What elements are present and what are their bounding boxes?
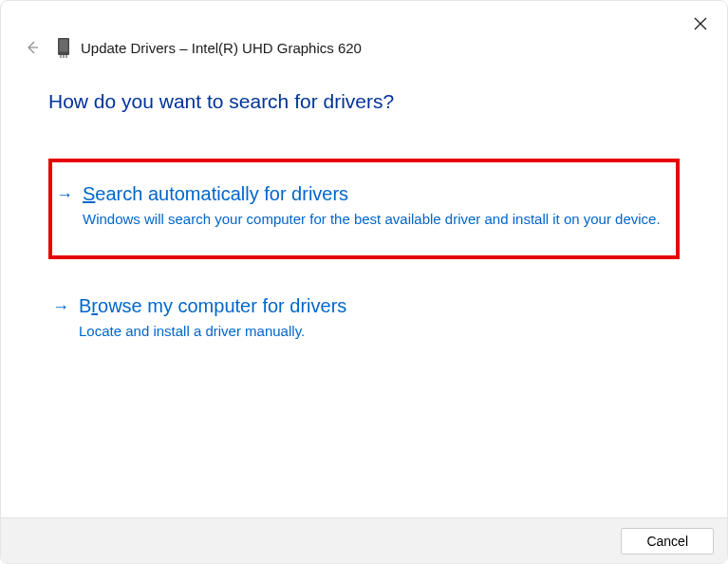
back-button[interactable] (22, 37, 43, 58)
svg-rect-4 (63, 55, 65, 58)
titlebar: Update Drivers – Intel(R) UHD Graphics 6… (1, 1, 727, 67)
option-description: Locate and install a driver manually. (79, 321, 666, 341)
svg-rect-2 (60, 40, 68, 52)
arrow-right-icon: → (56, 185, 73, 205)
close-button[interactable] (689, 12, 712, 35)
update-drivers-dialog: Update Drivers – Intel(R) UHD Graphics 6… (0, 0, 728, 564)
page-heading: How do you want to search for drivers? (48, 90, 680, 113)
option-title: Search automatically for drivers (83, 183, 663, 205)
footer: Cancel (1, 517, 727, 563)
option-text: Search automatically for drivers Windows… (83, 183, 663, 229)
arrow-right-icon: → (52, 297, 69, 317)
option-search-automatically[interactable]: → Search automatically for drivers Windo… (48, 159, 680, 259)
option-title: Browse my computer for drivers (79, 295, 666, 317)
content-area: How do you want to search for drivers? →… (1, 67, 727, 358)
back-arrow-icon (25, 40, 40, 55)
close-icon (694, 17, 707, 30)
device-icon (56, 37, 71, 58)
window-title: Update Drivers – Intel(R) UHD Graphics 6… (81, 40, 362, 56)
svg-rect-3 (60, 55, 62, 58)
svg-rect-5 (65, 55, 67, 58)
option-description: Windows will search your computer for th… (83, 209, 663, 229)
option-text: Browse my computer for drivers Locate an… (79, 295, 666, 341)
cancel-button[interactable]: Cancel (621, 528, 714, 555)
option-browse-computer[interactable]: → Browse my computer for drivers Locate … (48, 278, 680, 358)
